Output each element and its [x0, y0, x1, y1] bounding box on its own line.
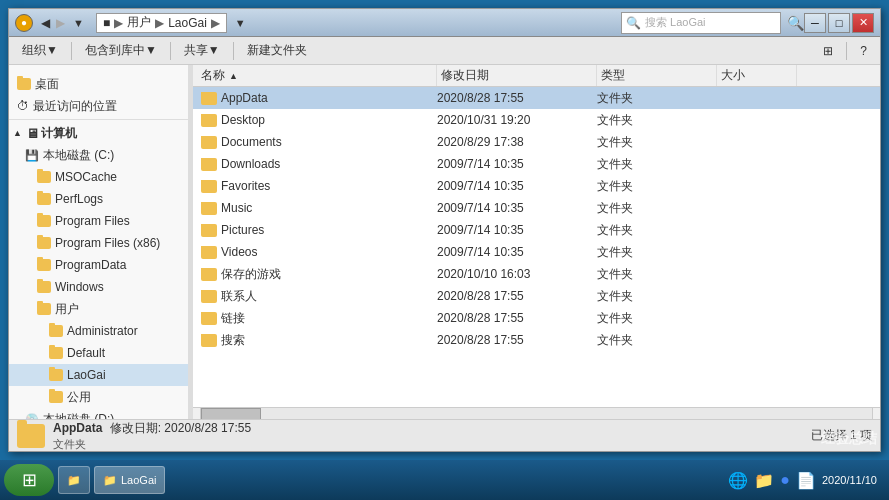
file-cell-date: 2009/7/14 10:35	[433, 245, 593, 259]
msocache-icon	[37, 171, 51, 183]
hscroll-right[interactable]	[872, 408, 880, 419]
file-name: 链接	[221, 310, 245, 327]
table-row[interactable]: 搜索2020/8/28 17:55文件夹	[193, 329, 880, 351]
file-area: 名称 ▲ 修改日期 类型 大小 AppData2020/8/28 17:55文件…	[193, 65, 880, 419]
sidebar-item-public[interactable]: 公用	[9, 386, 188, 408]
view-button[interactable]: ⊞	[814, 40, 842, 62]
file-cell-type: 文件夹	[593, 178, 713, 195]
preview-type: 文件夹	[53, 437, 251, 452]
sidebar-msocache-label: MSOCache	[55, 170, 117, 184]
sidebar-item-desktop[interactable]: 桌面	[9, 73, 188, 95]
sidebar-item-admin[interactable]: Administrator	[9, 320, 188, 342]
file-folder-icon	[201, 136, 217, 149]
search-area: 🔍 搜索 LaoGai 🔍	[621, 12, 804, 34]
sidebar-recent-label: 最近访问的位置	[33, 98, 117, 115]
table-row[interactable]: Downloads2009/7/14 10:35文件夹	[193, 153, 880, 175]
sidebar-item-laogai[interactable]: LaoGai	[9, 364, 188, 386]
sidebar-item-users[interactable]: 用户	[9, 298, 188, 320]
sidebar-item-windows[interactable]: Windows	[9, 276, 188, 298]
share-button[interactable]: 共享▼	[175, 40, 229, 62]
file-cell-type: 文件夹	[593, 200, 713, 217]
file-cell-date: 2020/10/31 19:20	[433, 113, 593, 127]
taskbar-file-item[interactable]: 📁 LaoGai	[94, 466, 165, 494]
start-button[interactable]: ⊞	[4, 464, 54, 496]
col-name-label: 名称	[201, 67, 225, 84]
recent-arrow[interactable]: ▼	[73, 17, 84, 29]
toolbar-sep3	[233, 42, 234, 60]
file-cell-date: 2020/8/28 17:55	[433, 289, 593, 303]
hscroll-left[interactable]	[193, 408, 201, 419]
h-scrollbar[interactable]	[193, 407, 880, 419]
file-cell-name: 链接	[193, 310, 433, 327]
sidebar-item-programdata[interactable]: ProgramData	[9, 254, 188, 276]
sidebar-item-recent[interactable]: ⏱ 最近访问的位置	[9, 95, 188, 117]
file-name: Pictures	[221, 223, 264, 237]
include-library-button[interactable]: 包含到库中▼	[76, 40, 166, 62]
sidebar-item-local-c[interactable]: 💾 本地磁盘 (C:)	[9, 144, 188, 166]
tray-page-icon[interactable]: 📄	[796, 471, 816, 490]
help-icon: ?	[860, 44, 867, 58]
table-row[interactable]: Documents2020/8/29 17:38文件夹	[193, 131, 880, 153]
file-folder-icon	[201, 268, 217, 281]
organize-label: 组织▼	[22, 42, 58, 59]
sidebar-computer-header[interactable]: ▲ 🖥 计算机	[9, 122, 188, 144]
sidebar-item-msocache[interactable]: MSOCache	[9, 166, 188, 188]
col-header-size[interactable]: 大小	[717, 65, 797, 86]
table-row[interactable]: 保存的游戏2020/10/10 16:03文件夹	[193, 263, 880, 285]
sidebar-item-local-d[interactable]: 💿 本地磁盘 (D:)	[9, 408, 188, 419]
file-list: AppData2020/8/28 17:55文件夹Desktop2020/10/…	[193, 87, 880, 407]
table-row[interactable]: Pictures2009/7/14 10:35文件夹	[193, 219, 880, 241]
table-row[interactable]: AppData2020/8/28 17:55文件夹	[193, 87, 880, 109]
file-name: 联系人	[221, 288, 257, 305]
file-folder-icon	[201, 180, 217, 193]
col-header-type[interactable]: 类型	[597, 65, 717, 86]
close-button[interactable]: ✕	[852, 13, 874, 33]
file-cell-date: 2020/8/29 17:38	[433, 135, 593, 149]
taskbar-file-label: LaoGai	[121, 474, 156, 486]
preview-name: AppData 修改日期: 2020/8/28 17:55	[53, 420, 251, 437]
sidebar-item-default[interactable]: Default	[9, 342, 188, 364]
table-row[interactable]: Music2009/7/14 10:35文件夹	[193, 197, 880, 219]
tray-folder-icon[interactable]: 📁	[754, 471, 774, 490]
taskbar-tray: 🌐 📁 ● 📄 2020/11/10	[728, 471, 885, 490]
addr-dropdown[interactable]: ▼	[235, 17, 246, 29]
computer-icon: 🖥	[26, 126, 39, 141]
col-date-label: 修改日期	[441, 67, 489, 84]
col-type-label: 类型	[601, 67, 625, 84]
sidebar-top-pad	[9, 65, 188, 73]
table-row[interactable]: Favorites2009/7/14 10:35文件夹	[193, 175, 880, 197]
addr-part3: LaoGai	[168, 16, 207, 30]
addr-part1: ■	[103, 16, 110, 30]
file-cell-type: 文件夹	[593, 112, 713, 129]
tray-browser-icon[interactable]: 🌐	[728, 471, 748, 490]
sidebar-item-program-files-x86[interactable]: Program Files (x86)	[9, 232, 188, 254]
h-scroll-track	[201, 408, 872, 420]
col-header-date[interactable]: 修改日期	[437, 65, 597, 86]
search-box[interactable]: 🔍 搜索 LaoGai	[621, 12, 781, 34]
pf-icon	[37, 215, 51, 227]
file-folder-icon	[201, 92, 217, 105]
sidebar-item-perflogs[interactable]: PerfLogs	[9, 188, 188, 210]
computer-expand-icon: ▲	[13, 128, 22, 138]
table-row[interactable]: 联系人2020/8/28 17:55文件夹	[193, 285, 880, 307]
taskbar-explorer-item[interactable]: 📁	[58, 466, 90, 494]
maximize-button[interactable]: □	[828, 13, 850, 33]
sidebar-item-program-files[interactable]: Program Files	[9, 210, 188, 232]
organize-button[interactable]: 组织▼	[13, 40, 67, 62]
table-row[interactable]: Videos2009/7/14 10:35文件夹	[193, 241, 880, 263]
new-folder-button[interactable]: 新建文件夹	[238, 40, 316, 62]
col-header-name[interactable]: 名称 ▲	[197, 65, 437, 86]
addr-sep1: ▶	[114, 16, 123, 30]
table-row[interactable]: Desktop2020/10/31 19:20文件夹	[193, 109, 880, 131]
help-button[interactable]: ?	[851, 40, 876, 62]
h-scroll-thumb[interactable]	[201, 408, 261, 420]
file-cell-type: 文件夹	[593, 90, 713, 107]
search-submit-icon[interactable]: 🔍	[787, 15, 804, 31]
tray-chrome-icon[interactable]: ●	[780, 471, 790, 489]
window-icon[interactable]: ●	[15, 14, 33, 32]
file-cell-name: Documents	[193, 135, 433, 149]
table-row[interactable]: 链接2020/8/28 17:55文件夹	[193, 307, 880, 329]
address-box[interactable]: ■ ▶ 用户 ▶ LaoGai ▶	[96, 13, 227, 33]
minimize-button[interactable]: ─	[804, 13, 826, 33]
main-area: 桌面 ⏱ 最近访问的位置 ▲ 🖥 计算机 💾 本地磁盘 (C:)	[9, 65, 880, 419]
